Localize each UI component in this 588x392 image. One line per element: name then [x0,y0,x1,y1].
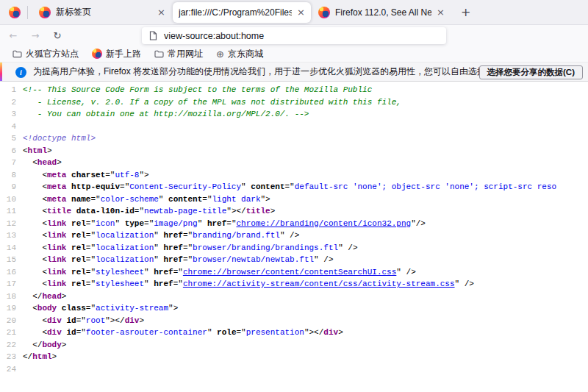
line-number: 16 [0,266,23,279]
source-line: 12 <link rel="icon" type="image/png" hre… [0,218,588,230]
line-number: 2 [0,96,23,109]
url-text: view-source:about:home [164,31,264,41]
firefox-icon [92,49,102,59]
source-line: 11 <title data-l10n-id="newtab-page-titl… [0,205,588,218]
info-icon: i [15,67,26,78]
code-text: <link rel="localization" href="browser/n… [23,254,334,266]
line-number: 4 [0,121,23,133]
source-line: 7 <head> [0,157,588,169]
code-text: <title data-l10n-id="newtab-page-title">… [23,205,275,218]
bookmarks-bar: 火狐官方站点新手上路常用网址⊕京东商城 [0,46,588,62]
source-line: 24 [0,363,588,376]
code-text: </body> [23,339,66,352]
code-text: <head> [23,157,62,169]
line-number: 9 [0,181,23,193]
source-link[interactable]: chrome://activity-stream/content/css/act… [183,279,455,288]
reload-icon[interactable]: ↻ [51,30,63,41]
firefox-icon[interactable] [9,7,21,18]
source-line: 3 - You can obtain one at http://mozilla… [0,108,588,121]
globe-icon: ⊕ [216,49,224,60]
choose-shared-data-button[interactable]: 选择您要分享的数据(C) [479,65,583,79]
code-text: </html> [23,351,57,363]
source-line: 19 <body class="activity-stream"> [0,302,588,315]
source-line: 9 <meta http-equiv="Content-Security-Pol… [0,181,588,193]
line-number: 6 [0,145,23,157]
tab-label: Firefox 112.0, See All New Fea [335,7,431,18]
line-number: 22 [0,339,23,352]
code-text: - License, v. 2.0. If a copy of the MPL … [23,96,401,109]
tab[interactable]: Firefox 112.0, See All New Fea× [312,2,451,23]
line-number: 3 [0,108,23,121]
source-line: 15 <link rel="localization" href="browse… [0,254,588,266]
source-line: 17 <link rel="stylesheet" href="chrome:/… [0,278,588,291]
tab-separator [27,6,28,19]
firefox-icon [318,7,330,18]
code-text: <meta name="color-scheme" content="light… [23,193,270,206]
url-bar[interactable]: view-source:about:home [142,27,446,44]
line-number: 18 [0,291,23,303]
browser-window: 新标签页×jar:file:///C:/Program%20Files/M×Fi… [0,0,588,375]
code-text: <html> [23,145,52,157]
source-line: 20 <div id="root"></div> [0,315,588,327]
source-line: 16 <link rel="stylesheet" href="chrome:/… [0,266,588,279]
tab-close-icon[interactable]: × [157,7,165,18]
source-line: 23</html> [0,351,588,363]
code-text: <!-- This Source Code Form is subject to… [23,84,372,96]
back-icon[interactable]: ← [7,30,19,41]
page-icon [149,31,157,40]
line-number: 23 [0,351,23,363]
line-number: 19 [0,302,23,315]
line-number: 10 [0,193,23,206]
source-link[interactable]: chrome://browser/content/contentSearchUI… [183,268,396,277]
line-number: 17 [0,278,23,291]
code-text: <div id="footer-asrouter-container" role… [23,327,343,339]
infobar-gradient-stripe [0,63,2,81]
tab-label: 新标签页 [56,6,152,18]
source-line: 5<!doctype html> [0,132,588,145]
tab-label: jar:file:///C:/Program%20Files/M [179,7,292,18]
line-number: 24 [0,363,23,376]
navigation-toolbar: ← → ↻ view-source:about:home [0,25,588,46]
line-number: 20 [0,315,23,327]
bookmark-item[interactable]: 火狐官方站点 [12,48,79,60]
folder-icon [12,50,22,58]
bookmark-item[interactable]: 新手上路 [92,48,141,60]
forward-icon[interactable]: → [29,30,41,41]
source-line: 18 </head> [0,291,588,303]
code-text: <div id="root"></div> [23,315,144,327]
tab[interactable]: 新标签页× [33,2,171,23]
source-line: 4 [0,121,588,133]
tab-close-icon[interactable]: × [437,7,445,18]
bookmark-item[interactable]: ⊕京东商城 [216,48,263,60]
line-number: 1 [0,84,23,96]
source-line: 21 <div id="footer-asrouter-container" r… [0,327,588,339]
code-text: - You can obtain one at http://mozilla.o… [23,108,309,121]
firefox-icon [39,7,51,18]
line-number: 21 [0,327,23,339]
bookmark-label: 常用网址 [168,48,203,60]
source-view: 1<!-- This Source Code Form is subject t… [0,82,588,375]
source-link[interactable]: chrome://branding/content/icon32.png [237,219,412,228]
bookmark-item[interactable]: 常用网址 [154,48,203,60]
tab-bar: 新标签页×jar:file:///C:/Program%20Files/M×Fi… [0,0,588,25]
bookmark-label: 火狐官方站点 [26,48,79,60]
code-text: <!doctype html> [23,132,96,145]
code-text: <link rel="stylesheet" href="chrome://ac… [23,278,474,291]
line-number: 12 [0,218,23,230]
tab-close-icon[interactable]: × [297,7,305,18]
line-number: 7 [0,157,23,169]
line-number: 15 [0,254,23,266]
tab[interactable]: jar:file:///C:/Program%20Files/M× [173,2,311,23]
new-tab-button[interactable]: + [461,5,470,19]
code-text: <body class="activity-stream"> [23,302,178,315]
code-text: <link rel="localization" href="branding/… [23,229,299,242]
tab-strip: 新标签页×jar:file:///C:/Program%20Files/M×Fi… [33,0,452,24]
line-number: 14 [0,242,23,254]
source-line: 22 </body> [0,339,588,352]
line-number: 8 [0,169,23,182]
line-number: 5 [0,132,23,145]
source-line: 6<html> [0,145,588,157]
folder-icon [154,50,164,58]
notification-bar: i 为提高用户体验，Firefox 将发送部分功能的使用情况给我们，用于进一步优… [0,62,588,82]
source-line: 13 <link rel="localization" href="brandi… [0,229,588,242]
